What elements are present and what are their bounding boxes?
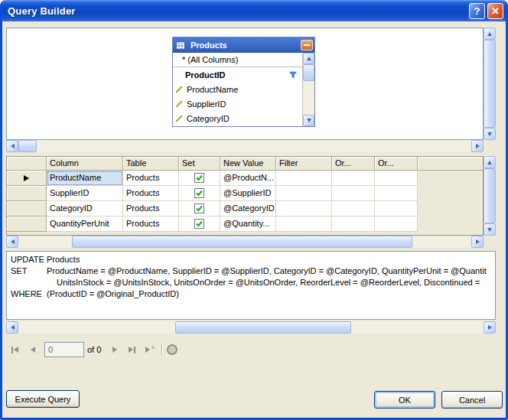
scroll-track[interactable] — [18, 140, 471, 152]
sql-pane[interactable]: UPDATE Products SET ProductName = @Produ… — [6, 251, 496, 320]
cell-new-value[interactable]: @CategoryID — [220, 201, 276, 217]
cell-new-value[interactable]: @Quantity... — [220, 217, 276, 232]
cell-or2[interactable] — [375, 171, 418, 186]
cell-table[interactable]: Products — [123, 201, 179, 217]
scroll-left-button[interactable] — [6, 321, 18, 334]
row-selector[interactable] — [7, 186, 47, 201]
scroll-thumb[interactable] — [303, 64, 314, 81]
cell-set[interactable] — [179, 186, 220, 201]
ok-button[interactable]: OK — [374, 391, 435, 409]
cell-filter[interactable] — [276, 201, 332, 217]
sql-horizontal-scrollbar[interactable] — [6, 321, 496, 334]
table-minimize-button[interactable] — [301, 40, 313, 50]
cell-table[interactable]: Products — [123, 186, 179, 201]
grid-horizontal-scrollbar[interactable] — [6, 236, 484, 248]
row-selector[interactable] — [7, 217, 47, 232]
grid-vertical-scrollbar[interactable] — [484, 156, 496, 236]
cell-column[interactable]: CategoryID — [47, 201, 123, 217]
grid-header-column[interactable]: Column — [47, 157, 123, 171]
products-table-card[interactable]: Products * (All Columns) ProductID — [172, 37, 315, 127]
checkbox-checked-icon[interactable] — [194, 188, 204, 198]
diagram-horizontal-scrollbar[interactable] — [6, 140, 484, 152]
cell-or2[interactable] — [375, 186, 418, 201]
table-column-supplierid[interactable]: SupplierID — [173, 96, 302, 111]
move-first-button[interactable] — [6, 341, 24, 358]
table-column-all[interactable]: * (All Columns) — [173, 53, 302, 67]
sql-keyword: SET — [7, 265, 47, 277]
scroll-thumb[interactable] — [484, 40, 496, 128]
table-column-productname[interactable]: ProductName — [173, 82, 302, 96]
grid-header-table[interactable]: Table — [123, 157, 179, 171]
scroll-up-button[interactable] — [303, 53, 314, 64]
scroll-right-button[interactable] — [484, 321, 496, 334]
table-column-categoryid[interactable]: CategoryID — [173, 111, 302, 125]
move-last-button[interactable] — [123, 341, 141, 358]
table-card-scrollbar[interactable] — [302, 53, 314, 126]
grid-header-filter[interactable]: Filter — [276, 157, 332, 171]
cell-or2[interactable] — [375, 217, 418, 232]
cell-table[interactable]: Products — [123, 217, 179, 232]
cell-or2[interactable] — [375, 201, 418, 217]
scroll-thumb[interactable] — [484, 168, 496, 223]
grid-header-new-value[interactable]: New Value — [220, 157, 276, 171]
checkbox-checked-icon[interactable] — [194, 203, 204, 213]
cell-new-value[interactable]: @SupplierID — [220, 186, 276, 201]
scroll-left-button[interactable] — [6, 140, 18, 152]
stop-query-button[interactable] — [167, 344, 177, 355]
cell-new-value[interactable]: @ProductN... — [220, 171, 276, 186]
cell-set[interactable] — [179, 171, 220, 186]
cell-or1[interactable] — [332, 171, 375, 186]
help-button[interactable]: ? — [469, 3, 485, 19]
grid-header-or1[interactable]: Or... — [332, 157, 375, 171]
arrow-right-icon — [476, 239, 480, 244]
cell-or1[interactable] — [332, 186, 375, 201]
cell-filter[interactable] — [276, 186, 332, 201]
checkbox-checked-icon[interactable] — [194, 173, 204, 183]
scroll-thumb[interactable] — [175, 321, 351, 334]
scroll-up-button[interactable] — [484, 156, 496, 168]
row-selector[interactable] — [7, 201, 47, 217]
diagram-vertical-scrollbar[interactable] — [484, 28, 496, 140]
table-column-productid[interactable]: ProductID — [173, 67, 302, 82]
cell-set[interactable] — [179, 201, 220, 217]
cell-table[interactable]: Products — [123, 171, 179, 186]
close-button[interactable]: ✕ — [487, 3, 503, 19]
cell-or1[interactable] — [332, 217, 375, 232]
diagram-pane[interactable]: Products * (All Columns) ProductID — [6, 28, 484, 140]
scroll-left-button[interactable] — [6, 236, 18, 248]
cell-column[interactable]: QuantityPerUnit — [47, 217, 123, 232]
execute-query-button[interactable]: Execute Query — [6, 390, 80, 408]
scroll-thumb[interactable] — [18, 140, 37, 152]
row-selector[interactable] — [7, 171, 47, 186]
scroll-right-button[interactable] — [471, 140, 484, 152]
sql-line: UPDATE Products — [7, 254, 495, 265]
scroll-up-button[interactable] — [484, 28, 496, 40]
grid-corner-header[interactable] — [7, 157, 47, 171]
cell-or1[interactable] — [332, 201, 375, 217]
scroll-thumb[interactable] — [72, 236, 412, 248]
cell-column[interactable]: ProductName — [47, 171, 123, 186]
scroll-track[interactable] — [18, 236, 471, 248]
scroll-right-button[interactable] — [471, 236, 484, 248]
cancel-button[interactable]: Cancel — [441, 391, 503, 409]
help-icon: ? — [474, 6, 480, 16]
cell-column[interactable]: SupplierID — [47, 186, 123, 201]
move-previous-button[interactable] — [24, 341, 41, 358]
scroll-track[interactable] — [18, 321, 484, 334]
grid-header-set[interactable]: Set — [179, 157, 220, 171]
grid-header-or2[interactable]: Or... — [375, 157, 418, 171]
add-new-record-button[interactable]: * — [141, 341, 158, 358]
table-card-header[interactable]: Products — [173, 37, 314, 53]
move-next-button[interactable] — [106, 341, 123, 358]
cell-filter[interactable] — [276, 171, 332, 186]
cell-filter[interactable] — [276, 217, 332, 232]
scroll-down-button[interactable] — [303, 115, 314, 126]
checkbox-checked-icon[interactable] — [194, 219, 204, 229]
scroll-track[interactable] — [303, 64, 314, 115]
cell-set[interactable] — [179, 217, 220, 232]
title-bar[interactable]: Query Builder ? ✕ — [0, 0, 508, 21]
arrow-right-icon — [129, 347, 133, 353]
scroll-down-button[interactable] — [484, 128, 496, 140]
scroll-down-button[interactable] — [484, 223, 496, 236]
record-position-input[interactable] — [44, 342, 84, 357]
